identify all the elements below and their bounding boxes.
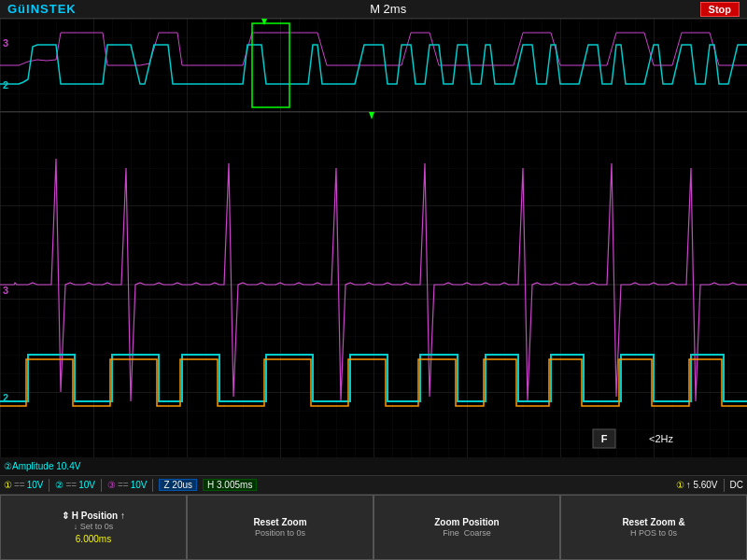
svg-text:F: F <box>601 433 608 444</box>
stop-button[interactable]: Stop <box>700 2 740 17</box>
reset-zoom-title-2: Position to 0s <box>255 528 305 539</box>
reset-zoom-title-1: Reset Zoom <box>253 516 306 528</box>
ch2-indicator: ② <box>55 480 63 490</box>
ch3-settings: ③ == 10V <box>107 480 147 490</box>
reset-zoom-button[interactable]: Reset Zoom Position to 0s <box>187 495 374 560</box>
control-buttons: ⇕ H Position ↑ ↓ Set to 0s 6.000ms Reset… <box>0 495 747 560</box>
top-bar: GüINSTEK M 2ms Stop <box>0 0 747 19</box>
svg-text:<2Hz: <2Hz <box>649 433 673 444</box>
h-position-value: 6.000ms <box>76 533 111 545</box>
ch1-settings: ① == 10V <box>4 480 43 490</box>
settings-bar: ① == 10V ② == 10V ③ == 10V Z 20us H 3.00… <box>0 476 747 495</box>
ch1-equals: == <box>14 480 25 490</box>
zoom-pos-title-1: Zoom Position <box>434 516 499 528</box>
ch3-indicator: ③ <box>107 480 116 490</box>
ch2-settings: ② == 10V <box>55 480 94 490</box>
overview-waveform: 3 2 <box>0 19 747 112</box>
ch3-main-label: 3 <box>3 285 8 296</box>
ch3-overview-label: 3 <box>3 37 8 49</box>
zoom-setting: Z 20us <box>159 479 197 491</box>
logo-text: GüINSTEK <box>7 2 77 16</box>
ch2-overview-label: 2 <box>3 79 8 91</box>
measurements-bar-2: ②Amplitude 10.4V <box>0 457 747 476</box>
reset-zoom-hpos-title-2: H POS to 0s <box>630 528 677 539</box>
main-waveform: 3 2 F <2Hz <box>0 112 747 457</box>
h-position-button[interactable]: ⇕ H Position ↑ ↓ Set to 0s 6.000ms <box>0 495 187 560</box>
dc-label: DC <box>730 480 743 490</box>
ch2-amplitude: ②Amplitude 10.4V <box>4 461 80 471</box>
h-position-setting: H 3.005ms <box>203 479 257 491</box>
h-position-title-2: ↓ Set to 0s <box>74 522 114 533</box>
ch1-indicator: ① <box>4 480 12 490</box>
ch1-arrow-setting: ① ↑ 5.60V <box>676 480 718 490</box>
h-position-title-1: ⇕ H Position ↑ <box>62 510 125 522</box>
zoom-pos-title-2: Fine Coarse <box>443 528 491 539</box>
zoom-position-button[interactable]: Zoom Position Fine Coarse <box>374 495 560 560</box>
reset-zoom-hpos-title-1: Reset Zoom & <box>622 516 684 528</box>
time-division: M 2ms <box>370 2 406 16</box>
reset-zoom-hpos-button[interactable]: Reset Zoom & H POS to 0s <box>560 495 747 560</box>
ch1-volt: 10V <box>27 480 44 490</box>
